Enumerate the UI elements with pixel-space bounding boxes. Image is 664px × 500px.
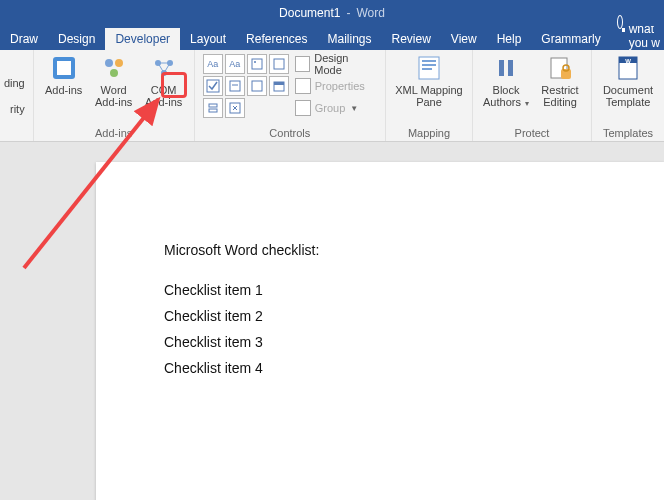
block-authors-label: BlockAuthors ▾ [483, 84, 529, 110]
list-item[interactable]: Checklist item 4 [164, 360, 596, 376]
lightbulb-icon [617, 15, 623, 29]
word-addins-label: WordAdd-ins [95, 84, 132, 108]
group-addins: Add-ins WordAdd-ins COMAdd-ins Add-ins [34, 50, 195, 141]
group-mapping-label: Mapping [394, 125, 464, 139]
tab-developer[interactable]: Developer [105, 28, 180, 50]
group-templates-label: Templates [600, 125, 656, 139]
svg-rect-16 [209, 104, 217, 107]
dropdown-control-button[interactable] [247, 76, 267, 96]
addins-button[interactable]: Add-ins [42, 54, 86, 96]
xml-mapping-button[interactable]: XML MappingPane [394, 54, 464, 108]
code-item-2[interactable]: rity [10, 103, 25, 115]
plain-text-control-button[interactable]: Aa [225, 54, 245, 74]
design-mode-label: Design Mode [314, 52, 377, 76]
title-separator: - [346, 6, 350, 20]
group-code: ding rity [0, 50, 34, 141]
picture-control-button[interactable] [247, 54, 267, 74]
properties-icon [295, 78, 311, 94]
word-addins-button[interactable]: WordAdd-ins [92, 54, 136, 108]
group-protect-label: Protect [481, 125, 583, 139]
document-template-button[interactable]: W DocumentTemplate [600, 54, 656, 108]
tab-review[interactable]: Review [382, 28, 441, 50]
svg-rect-13 [252, 81, 262, 91]
tab-layout[interactable]: Layout [180, 28, 236, 50]
design-mode-button[interactable]: Design Mode [295, 54, 377, 74]
building-block-control-button[interactable] [269, 54, 289, 74]
word-addins-icon [100, 54, 128, 82]
group-templates: W DocumentTemplate Templates [592, 50, 664, 141]
svg-rect-11 [207, 80, 219, 92]
svg-rect-22 [422, 68, 432, 70]
com-addins-label: COMAdd-ins [145, 84, 182, 108]
svg-rect-1 [57, 61, 71, 75]
document-area[interactable]: Microsoft Word checklist: Checklist item… [0, 142, 664, 500]
tab-draw[interactable]: Draw [0, 28, 48, 50]
ribbon: ding rity Add-ins WordAdd-ins COMAdd-ins… [0, 50, 664, 142]
tab-design[interactable]: Design [48, 28, 105, 50]
group-controls-label: Controls [203, 125, 377, 139]
group-btn-label: Group [315, 102, 346, 114]
block-authors-icon [492, 54, 520, 82]
group-mapping: XML MappingPane Mapping [386, 50, 473, 141]
document-template-icon: W [614, 54, 642, 82]
controls-gallery: Aa Aa [203, 54, 289, 118]
svg-rect-20 [422, 60, 436, 62]
list-item[interactable]: Checklist item 2 [164, 308, 596, 324]
group-protect: BlockAuthors ▾ RestrictEditing Protect [473, 50, 592, 141]
svg-rect-12 [230, 81, 240, 91]
properties-label: Properties [315, 80, 365, 92]
addins-icon [50, 54, 78, 82]
group-icon [295, 100, 311, 116]
code-item-1[interactable]: ding [4, 77, 25, 89]
rich-text-control-button[interactable]: Aa [203, 54, 223, 74]
xml-mapping-label: XML MappingPane [395, 84, 462, 108]
tab-help[interactable]: Help [487, 28, 532, 50]
restrict-editing-button[interactable]: RestrictEditing [537, 54, 583, 108]
block-authors-button[interactable]: BlockAuthors ▾ [481, 54, 531, 110]
svg-rect-21 [422, 64, 436, 66]
svg-point-4 [110, 69, 118, 77]
group-controls: Aa Aa Design Mode P [195, 50, 386, 141]
svg-rect-17 [209, 109, 217, 112]
tab-mailings[interactable]: Mailings [317, 28, 381, 50]
com-addins-icon [150, 54, 178, 82]
title-bar: Document1 - Word [0, 0, 664, 26]
list-item[interactable]: Checklist item 1 [164, 282, 596, 298]
app-name: Word [356, 6, 384, 20]
svg-rect-15 [274, 82, 284, 85]
ribbon-tabs: Draw Design Developer Layout References … [0, 26, 664, 50]
tab-grammarly[interactable]: Grammarly [531, 28, 610, 50]
combo-box-control-button[interactable] [225, 76, 245, 96]
design-mode-icon [295, 56, 311, 72]
list-item[interactable]: Checklist item 3 [164, 334, 596, 350]
svg-point-9 [254, 61, 256, 63]
properties-button[interactable]: Properties [295, 76, 377, 96]
page[interactable]: Microsoft Word checklist: Checklist item… [96, 162, 664, 500]
document-heading[interactable]: Microsoft Word checklist: [164, 242, 596, 258]
svg-rect-8 [252, 59, 262, 69]
group-addins-label: Add-ins [42, 125, 186, 139]
date-picker-control-button[interactable] [269, 76, 289, 96]
document-name: Document1 [279, 6, 340, 20]
document-template-label: DocumentTemplate [603, 84, 653, 108]
group-code-label [2, 137, 25, 139]
checkbox-control-button[interactable] [203, 76, 223, 96]
svg-point-2 [105, 59, 113, 67]
svg-rect-10 [274, 59, 284, 69]
svg-text:W: W [625, 58, 631, 64]
tab-view[interactable]: View [441, 28, 487, 50]
tab-references[interactable]: References [236, 28, 317, 50]
group-button[interactable]: Group ▼ [295, 98, 377, 118]
xml-mapping-icon [415, 54, 443, 82]
legacy-tools-button[interactable] [225, 98, 245, 118]
restrict-editing-label: RestrictEditing [541, 84, 578, 108]
chevron-down-icon: ▼ [350, 104, 358, 113]
svg-point-3 [115, 59, 123, 67]
controls-side: Design Mode Properties Group ▼ [295, 54, 377, 118]
repeating-section-control-button[interactable] [203, 98, 223, 118]
com-addins-button[interactable]: COMAdd-ins [142, 54, 186, 108]
addins-label: Add-ins [45, 84, 82, 96]
restrict-editing-icon [546, 54, 574, 82]
